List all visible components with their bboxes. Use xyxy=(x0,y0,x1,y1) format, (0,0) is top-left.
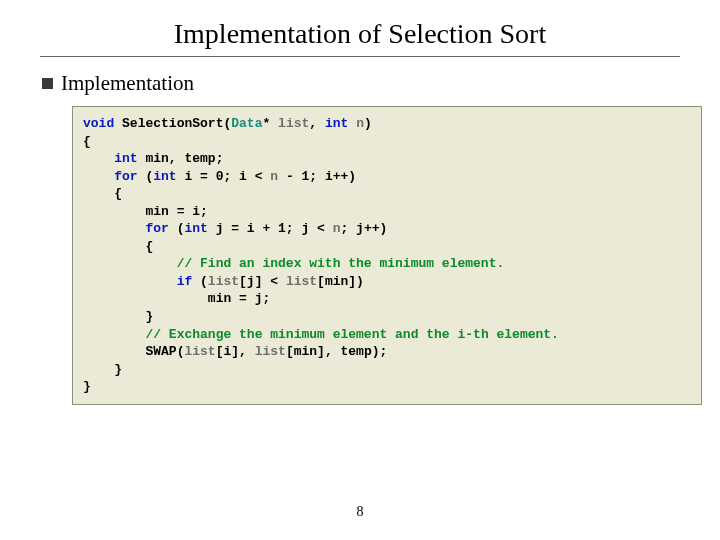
code-text: min = j; xyxy=(208,291,270,306)
code-text: min, temp; xyxy=(138,151,224,166)
code-text: } xyxy=(83,379,91,394)
code-text: [min]) xyxy=(317,274,364,289)
code-function: SWAP xyxy=(145,344,176,359)
code-keyword: int xyxy=(114,151,137,166)
code-text: * xyxy=(262,116,278,131)
code-text: ) xyxy=(364,116,372,131)
code-text: { xyxy=(145,239,153,254)
slide: Implementation of Selection Sort Impleme… xyxy=(0,0,720,540)
code-text xyxy=(114,116,122,131)
code-function: SelectionSort xyxy=(122,116,223,131)
code-text: j = i + 1; j < xyxy=(208,221,333,236)
code-text: ; j++) xyxy=(340,221,387,236)
code-keyword: void xyxy=(83,116,114,131)
code-var: list xyxy=(255,344,286,359)
code-text: ( xyxy=(169,221,185,236)
bullet-text: Implementation xyxy=(61,71,194,96)
code-comment: // Exchange the minimum element and the … xyxy=(145,327,558,342)
code-text: min = i; xyxy=(145,204,207,219)
code-keyword: if xyxy=(177,274,193,289)
code-text: { xyxy=(114,186,122,201)
code-text: { xyxy=(83,134,91,149)
code-text: } xyxy=(145,309,153,324)
bullet-item: Implementation xyxy=(42,71,680,96)
code-comment: // Find an index with the minimum elemen… xyxy=(177,256,505,271)
code-text: ( xyxy=(192,274,208,289)
code-text: [i], xyxy=(216,344,255,359)
title-underline xyxy=(40,56,680,57)
code-type: Data xyxy=(231,116,262,131)
code-var: list xyxy=(208,274,239,289)
code-var: list xyxy=(286,274,317,289)
code-text: } xyxy=(114,362,122,377)
code-var: n xyxy=(356,116,364,131)
page-number: 8 xyxy=(0,504,720,520)
code-keyword: for xyxy=(145,221,168,236)
code-text: i = 0; i < xyxy=(177,169,271,184)
code-var: n xyxy=(270,169,278,184)
code-var: list xyxy=(184,344,215,359)
code-text: , xyxy=(309,116,325,131)
code-keyword: int xyxy=(153,169,176,184)
code-var: list xyxy=(278,116,309,131)
code-text: ( xyxy=(138,169,154,184)
code-text: [min], temp); xyxy=(286,344,387,359)
code-keyword: int xyxy=(325,116,348,131)
code-text: [j] < xyxy=(239,274,286,289)
square-bullet-icon xyxy=(42,78,53,89)
code-text: - 1; i++) xyxy=(278,169,356,184)
code-keyword: for xyxy=(114,169,137,184)
code-text xyxy=(348,116,356,131)
page-title: Implementation of Selection Sort xyxy=(40,18,680,50)
code-keyword: int xyxy=(184,221,207,236)
code-block: void SelectionSort(Data* list, int n) { … xyxy=(72,106,702,405)
